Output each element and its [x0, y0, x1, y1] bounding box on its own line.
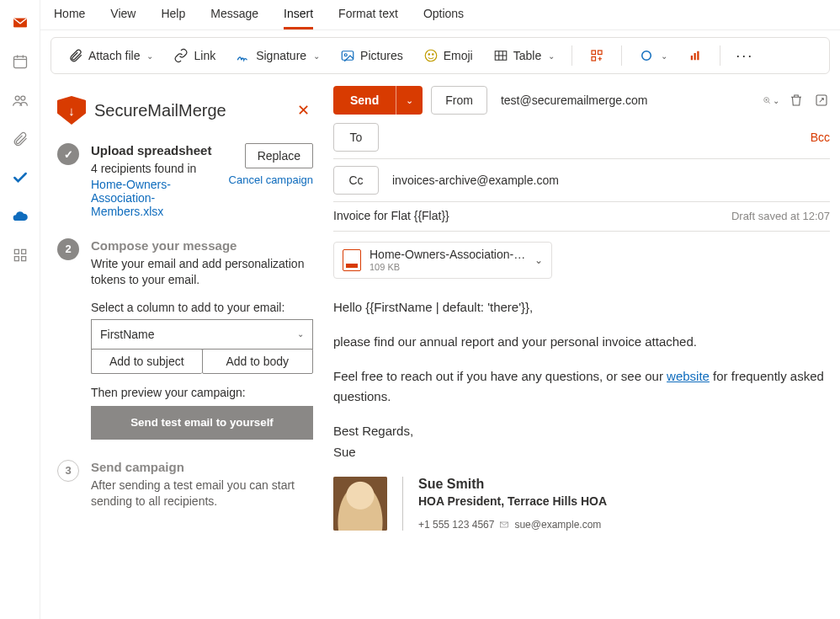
addin-title: SecureMailMerge [94, 101, 285, 120]
send-button[interactable]: Send [333, 86, 396, 115]
body-line: Hello {{FirstName | default: 'there'}}, [333, 297, 830, 317]
svg-rect-23 [691, 56, 693, 60]
attachment-chip[interactable]: Home-Owners-Association-R... 109 KB ⌄ [333, 242, 552, 279]
cancel-campaign-link[interactable]: Cancel campaign [229, 173, 313, 186]
from-button[interactable]: From [431, 86, 487, 115]
table-label: Table [513, 49, 541, 62]
svg-rect-25 [697, 51, 699, 61]
replace-button[interactable]: Replace [245, 143, 313, 168]
attach-file-label: Attach file [88, 49, 140, 62]
column-select-value: FirstName [100, 328, 155, 341]
avatar [333, 477, 387, 531]
calendar-icon[interactable] [11, 52, 29, 71]
to-button[interactable]: To [333, 123, 379, 152]
email-body[interactable]: Hello {{FirstName | default: 'there'}}, … [333, 297, 830, 462]
signature-email: sue@example.com [514, 519, 601, 531]
step2-title: Compose your message [91, 238, 313, 253]
signature-label: Signature [256, 49, 306, 62]
addin-logo-icon: ↓ [57, 96, 86, 125]
poll-button[interactable] [681, 45, 710, 67]
onedrive-icon[interactable] [11, 207, 29, 226]
svg-rect-20 [598, 51, 603, 55]
signature-button[interactable]: Signature ⌄ [229, 45, 327, 67]
file-pdf-icon [343, 249, 361, 271]
tab-insert[interactable]: Insert [284, 7, 313, 29]
svg-rect-8 [14, 257, 19, 261]
tab-help[interactable]: Help [161, 7, 185, 29]
mail-icon[interactable] [11, 13, 29, 32]
signature-icon [236, 48, 251, 63]
svg-rect-9 [21, 257, 25, 261]
bcc-link[interactable]: Bcc [811, 131, 830, 144]
svg-point-12 [425, 50, 437, 61]
separator [621, 45, 622, 66]
svg-rect-19 [592, 51, 596, 55]
chevron-down-icon: ⌄ [548, 51, 555, 61]
poll-icon [688, 48, 703, 63]
tab-formattext[interactable]: Format text [338, 7, 398, 29]
discard-icon[interactable] [788, 92, 805, 109]
svg-point-11 [344, 54, 347, 56]
svg-point-22 [642, 51, 651, 61]
pictures-button[interactable]: Pictures [333, 45, 410, 67]
signature-phone: +1 555 123 4567 [418, 519, 494, 531]
subject-input[interactable]: Invoice for Flat {{Flat}} [333, 209, 449, 222]
loop-button[interactable]: ⌄ [632, 45, 674, 67]
add-to-body-button[interactable]: Add to body [202, 349, 314, 374]
close-icon[interactable]: ✕ [294, 98, 313, 123]
add-to-subject-button[interactable]: Add to subject [91, 349, 202, 374]
body-line: Sue [333, 442, 830, 462]
separator [720, 45, 720, 66]
tab-view[interactable]: View [110, 7, 136, 29]
body-line: Best Regards, [333, 421, 830, 440]
apps-grid-icon [589, 48, 604, 63]
todo-icon[interactable] [11, 168, 29, 187]
chevron-down-icon[interactable]: ⌄ [534, 254, 543, 266]
people-icon[interactable] [11, 91, 29, 109]
pictures-icon [340, 48, 355, 63]
cc-input[interactable]: invoices-archive@example.com [392, 168, 830, 192]
tab-message[interactable]: Message [210, 7, 258, 29]
body-line: please find our annual report and your p… [333, 332, 830, 351]
svg-line-27 [768, 102, 770, 104]
svg-rect-0 [13, 56, 26, 67]
send-dropdown-button[interactable]: ⌄ [396, 86, 423, 115]
apps-button[interactable] [582, 45, 611, 67]
table-button[interactable]: Table ⌄ [486, 45, 561, 67]
svg-rect-7 [21, 249, 25, 253]
tab-options[interactable]: Options [423, 7, 464, 29]
emoji-label: Emoji [444, 49, 473, 62]
left-rail [0, 0, 40, 619]
popout-icon[interactable] [813, 92, 830, 109]
link-icon [173, 48, 189, 63]
ribbon: Attach file ⌄ Link Signature ⌄ Pictures … [51, 37, 830, 74]
step1-found: 4 recipients found in [91, 161, 217, 178]
step1-title: Upload spreadsheet [91, 143, 217, 157]
send-test-button[interactable]: Send test email to yourself [91, 406, 313, 440]
link-button[interactable]: Link [167, 45, 222, 67]
chevron-down-icon: ⌄ [297, 329, 304, 339]
emoji-icon [423, 48, 439, 63]
cc-button[interactable]: Cc [333, 166, 379, 195]
tab-home[interactable]: Home [54, 7, 85, 29]
mail-small-icon [499, 520, 509, 530]
table-icon [493, 48, 508, 63]
svg-rect-21 [592, 57, 596, 61]
top-tabs: Home View Help Message Insert Format tex… [40, 0, 840, 30]
ribbon-overflow-button[interactable]: ··· [731, 47, 758, 65]
signature-block: Sue Smith HOA President, Terrace Hills H… [333, 477, 830, 531]
attachment-size: 109 KB [369, 262, 526, 273]
files-icon[interactable] [11, 130, 29, 148]
apps-icon[interactable] [11, 246, 29, 264]
step3-desc: After sending a test email you can start… [91, 478, 313, 510]
emoji-button[interactable]: Emoji [417, 45, 480, 67]
from-value[interactable]: test@securemailmerge.com [496, 93, 648, 107]
zoom-icon[interactable] [763, 92, 779, 109]
step1-file-link[interactable]: Home-Owners-Association-Members.xlsx [91, 178, 217, 218]
column-select[interactable]: FirstName ⌄ [91, 319, 313, 350]
attach-file-button[interactable]: Attach file ⌄ [61, 45, 160, 67]
website-link[interactable]: website [667, 369, 710, 383]
step2-desc: Write your email and add personalization… [91, 256, 313, 289]
to-input[interactable] [392, 125, 797, 149]
compose-area: Send ⌄ From test@securemailmerge.com To [333, 83, 840, 619]
